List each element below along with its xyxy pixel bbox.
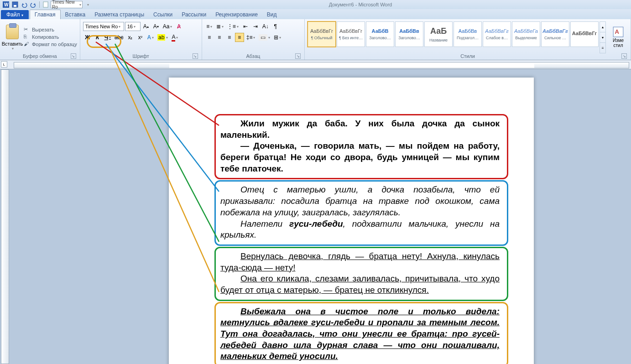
qat-font-combo[interactable]: Times New Ro▾ bbox=[51, 1, 83, 8]
subscript-button[interactable]: x₂ bbox=[125, 33, 135, 42]
bullets-button[interactable]: ≡▾ bbox=[205, 22, 214, 31]
style-name: ¶ Без инте… bbox=[339, 36, 363, 40]
doc-paragraph: — Доченька, — говорила мать, — мы пойдем… bbox=[220, 140, 500, 174]
tab-view[interactable]: Вид bbox=[262, 10, 282, 19]
tab-home[interactable]: Главная bbox=[30, 10, 61, 19]
tab-mailings[interactable]: Рассылки bbox=[177, 10, 211, 19]
clipboard-launcher-icon[interactable]: ↘ bbox=[71, 53, 76, 59]
style-tile[interactable]: АаБбВеГаВыделение bbox=[512, 21, 540, 47]
ruler-area: L bbox=[0, 60, 631, 69]
scroll-up-icon[interactable]: ▴ bbox=[600, 22, 605, 32]
align-center-button[interactable]: ≡ bbox=[215, 33, 224, 42]
multilevel-button[interactable]: ⋮≡▾ bbox=[226, 22, 240, 31]
save-icon[interactable] bbox=[11, 0, 19, 9]
svg-rect-4 bbox=[43, 2, 48, 7]
font-name-combo[interactable]: Times New Ro▾ bbox=[83, 22, 124, 31]
group-paragraph: ≡▾ ≣▾ ⋮≡▾ ⇤ ⇥ A↓ ¶ ≡ ≡ ≡ ≡ ‡≡▾ ▭▾ ⊞▾ bbox=[202, 19, 305, 60]
style-tile[interactable]: АаБбВвГг¶ Без инте… bbox=[337, 21, 365, 47]
tab-selector-icon[interactable]: L bbox=[1, 61, 7, 68]
paste-button[interactable]: Вставить ▾ bbox=[3, 20, 22, 53]
doc-paragraph: Налетели гуси-лебеди, подхватили мальчик… bbox=[220, 218, 500, 241]
style-tile[interactable]: АаБбВвПодзагол… bbox=[454, 21, 482, 47]
numbering-button[interactable]: ≣▾ bbox=[215, 22, 225, 31]
show-marks-button[interactable]: ¶ bbox=[271, 22, 280, 31]
styles-launcher-icon[interactable]: ↘ bbox=[621, 53, 627, 59]
word-icon[interactable]: W bbox=[2, 0, 10, 9]
style-name: Подзагол… bbox=[457, 36, 479, 40]
gallery-expand-icon[interactable]: ≡ bbox=[600, 43, 605, 53]
format-painter-button[interactable]: 🖌Формат по образцу bbox=[24, 41, 77, 47]
callout-italic: Отец с матерью ушли, а дочка позабыла, ч… bbox=[214, 180, 508, 245]
undo-icon[interactable] bbox=[20, 0, 28, 9]
shrink-font-button[interactable]: A▾ bbox=[151, 22, 161, 31]
tab-references[interactable]: Ссылки bbox=[149, 10, 177, 19]
document-body: Жили мужик да баба. У них была дочка да … bbox=[214, 114, 508, 364]
window-title: Документ6 - Microsoft Word bbox=[92, 2, 629, 7]
tab-review[interactable]: Рецензирование bbox=[211, 10, 262, 19]
qat-dropdown-icon[interactable]: ▾ bbox=[83, 0, 92, 9]
new-doc-icon[interactable] bbox=[42, 0, 50, 9]
vertical-ruler[interactable] bbox=[1, 69, 9, 364]
grow-font-button[interactable]: A▴ bbox=[141, 22, 151, 31]
group-font: Times New Ro▾ 16▾ A▴ A▾ Aa▾ A̷ Ж К Ч▾ ab… bbox=[80, 19, 202, 60]
gallery-scroll[interactable]: ▴▾≡ bbox=[600, 21, 606, 53]
scroll-down-icon[interactable]: ▾ bbox=[600, 32, 605, 43]
scissors-icon: ✂ bbox=[24, 26, 30, 33]
shading-button[interactable]: ▭▾ bbox=[257, 33, 271, 42]
style-tile[interactable]: АаБбВвГг¶ Обычный bbox=[308, 21, 336, 47]
italic-button[interactable]: К bbox=[93, 33, 102, 42]
style-tile[interactable]: АаБбВвГгСильное … bbox=[541, 21, 569, 47]
quick-access-toolbar: W Times New Ro▾ ▾ bbox=[2, 0, 92, 9]
align-left-button[interactable]: ≡ bbox=[205, 33, 214, 42]
document-page[interactable]: Жили мужик да баба. У них была дочка да … bbox=[169, 78, 534, 364]
paste-icon bbox=[6, 25, 19, 39]
tab-insert[interactable]: Вставка bbox=[61, 10, 90, 19]
style-tile[interactable]: АаБбВвГгСлабое в… bbox=[483, 21, 511, 47]
redo-icon[interactable] bbox=[29, 0, 37, 9]
file-tab[interactable]: Файл ▾ bbox=[1, 10, 29, 19]
font-color-button[interactable]: A▾ bbox=[170, 33, 179, 42]
style-tile[interactable]: АаБНазвание bbox=[424, 21, 453, 47]
font-size-combo[interactable]: 16▾ bbox=[125, 22, 141, 31]
copy-button[interactable]: ⎘Копировать bbox=[24, 34, 77, 40]
style-sample: АаБбВвГг bbox=[572, 31, 597, 36]
style-sample: АаБбВвГг bbox=[485, 28, 508, 34]
bold-button[interactable]: Ж bbox=[83, 33, 92, 42]
borders-button[interactable]: ⊞▾ bbox=[272, 33, 282, 42]
callout-bold: Жили мужик да баба. У них была дочка да … bbox=[214, 114, 508, 179]
align-right-button[interactable]: ≡ bbox=[225, 33, 234, 42]
font-launcher-icon[interactable]: ↘ bbox=[193, 53, 198, 59]
strike-button[interactable]: abc bbox=[113, 33, 125, 42]
svg-text:W: W bbox=[4, 2, 9, 7]
dec-indent-button[interactable]: ⇤ bbox=[241, 22, 250, 31]
change-styles-button[interactable]: A Изме стил bbox=[609, 20, 628, 53]
brush-icon: 🖌 bbox=[24, 41, 30, 47]
workspace: Жили мужик да баба. У них была дочка да … bbox=[0, 69, 631, 364]
style-sample: АаБбВвГг bbox=[542, 28, 568, 34]
paragraph-launcher-icon[interactable]: ↘ bbox=[295, 53, 301, 59]
align-justify-button[interactable]: ≡ bbox=[235, 33, 244, 42]
superscript-button[interactable]: x² bbox=[136, 33, 145, 42]
ribbon: Вставить ▾ ✂Вырезать ⎘Копировать 🖌Формат… bbox=[0, 19, 631, 60]
style-sample: АаБбВвГг bbox=[339, 28, 362, 34]
highlight-button[interactable]: ab▾ bbox=[156, 33, 169, 42]
inc-indent-button[interactable]: ⇥ bbox=[251, 22, 260, 31]
tab-layout[interactable]: Разметка страницы bbox=[90, 10, 149, 19]
style-tile[interactable]: АаБбВвГг bbox=[570, 21, 599, 47]
sort-button[interactable]: A↓ bbox=[261, 22, 270, 31]
style-tile[interactable]: АаБбВЗаголово… bbox=[366, 21, 394, 47]
doc-paragraph: Жили мужик да баба. У них была дочка да … bbox=[220, 118, 500, 140]
change-styles-icon: A bbox=[612, 26, 624, 38]
group-label-paragraph: Абзац↘ bbox=[205, 53, 302, 60]
line-spacing-button[interactable]: ‡≡▾ bbox=[245, 33, 257, 42]
cut-button[interactable]: ✂Вырезать bbox=[24, 26, 77, 33]
style-name: Название bbox=[429, 38, 448, 42]
style-name: ¶ Обычный bbox=[311, 36, 332, 40]
text-effects-button[interactable]: A▾ bbox=[146, 33, 155, 42]
underline-button[interactable]: Ч▾ bbox=[103, 33, 112, 42]
svg-rect-3 bbox=[14, 5, 16, 7]
horizontal-ruler[interactable] bbox=[14, 62, 629, 68]
change-case-button[interactable]: Aa▾ bbox=[162, 22, 174, 31]
clear-format-button[interactable]: A̷ bbox=[174, 22, 183, 31]
style-tile[interactable]: АаБбВвЗаголово… bbox=[395, 21, 423, 47]
